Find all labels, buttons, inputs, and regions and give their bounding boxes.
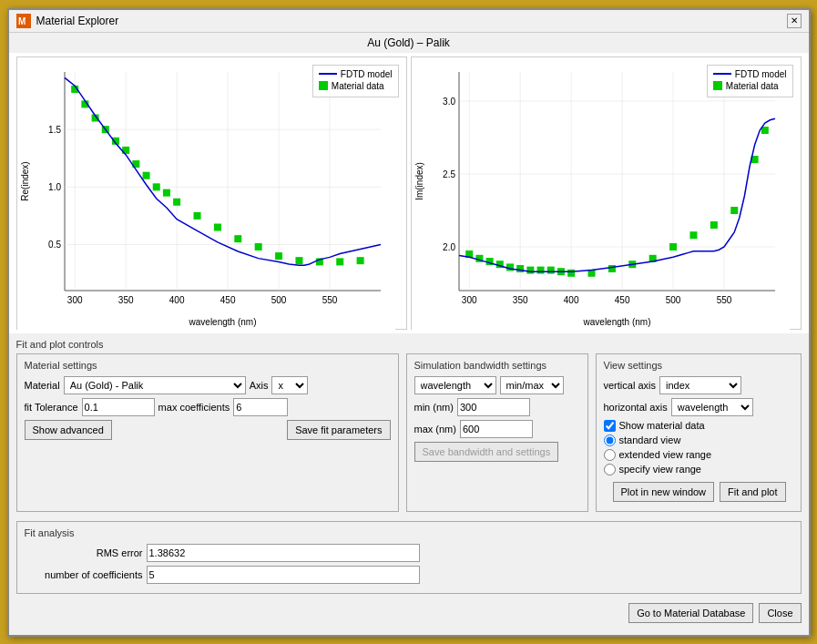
save-bandwidth-button[interactable]: Save bandwidth and settings bbox=[414, 442, 559, 462]
save-bw-row: Save bandwidth and settings bbox=[414, 442, 580, 462]
num-coeff-label: number of coefficients bbox=[25, 569, 143, 580]
plot-new-window-button[interactable]: Plot in new window bbox=[613, 482, 715, 502]
bw-minmax-select[interactable]: min/max center/span bbox=[500, 376, 564, 394]
legend-fdtd-left: FDTD model bbox=[319, 69, 393, 79]
plot-buttons-row: Plot in new window Fit and plot bbox=[604, 478, 793, 506]
app-title: Au (Gold) – Palik bbox=[9, 33, 809, 53]
fit-analysis-panel: Fit analysis RMS error number of coeffic… bbox=[16, 521, 802, 594]
right-chart-legend: FDTD model Material data bbox=[707, 65, 793, 97]
fit-tolerance-input[interactable] bbox=[82, 398, 155, 416]
horizontal-axis-label: horizontal axis bbox=[604, 402, 668, 413]
material-settings-panel: Material settings Material Au (Gold) - P… bbox=[16, 353, 399, 512]
bw-min-row: min (nm) bbox=[414, 398, 580, 416]
vertical-axis-row: vertical axis index permittivity conduct… bbox=[604, 376, 793, 394]
legend-fdtd-right: FDTD model bbox=[713, 69, 787, 79]
bw-type-row: wavelength frequency min/max center/span bbox=[414, 376, 580, 394]
left-chart-canvas bbox=[17, 57, 395, 331]
save-fit-button[interactable]: Save fit parameters bbox=[287, 420, 390, 440]
show-material-checkbox[interactable] bbox=[604, 420, 616, 432]
specify-view-label: specify view range bbox=[619, 464, 702, 475]
num-coeff-row: number of coefficients bbox=[25, 566, 793, 584]
num-coeff-value bbox=[147, 566, 420, 584]
material-settings-title: Material settings bbox=[25, 360, 391, 371]
svg-text:M: M bbox=[18, 16, 26, 26]
right-chart-canvas bbox=[412, 57, 790, 331]
close-button[interactable]: ✕ bbox=[787, 14, 802, 28]
extended-view-label: extended view range bbox=[619, 449, 712, 460]
extended-view-row: extended view range bbox=[604, 449, 793, 461]
fit-tolerance-label: fit Tolerance bbox=[25, 402, 78, 413]
bw-type-select[interactable]: wavelength frequency bbox=[414, 376, 496, 394]
rms-error-value bbox=[147, 544, 420, 562]
vertical-axis-label: vertical axis bbox=[604, 380, 656, 391]
data-square-right bbox=[713, 81, 722, 90]
charts-row: FDTD model Material data FDTD model Mate… bbox=[9, 53, 809, 333]
legend-data-left: Material data bbox=[319, 81, 393, 91]
final-buttons-row: Go to Material Database Close bbox=[9, 598, 809, 629]
fit-plot-label: Fit and plot controls bbox=[16, 339, 802, 350]
rms-error-row: RMS error bbox=[25, 544, 793, 562]
fit-and-plot-button[interactable]: Fit and plot bbox=[720, 482, 785, 502]
bw-max-input[interactable] bbox=[460, 420, 533, 438]
standard-view-radio[interactable] bbox=[604, 434, 616, 446]
data-square-left bbox=[319, 81, 328, 90]
bw-max-label: max (nm) bbox=[414, 424, 456, 434]
show-material-row: Show material data bbox=[604, 420, 793, 432]
bandwidth-settings-panel: Simulation bandwidth settings wavelength… bbox=[406, 353, 588, 512]
specify-view-row: specify view range bbox=[604, 464, 793, 475]
controls-area: Fit and plot controls Material settings … bbox=[9, 333, 809, 517]
horizontal-axis-row: horizontal axis wavelength frequency bbox=[604, 398, 793, 416]
material-select[interactable]: Au (Gold) - Palik bbox=[64, 376, 246, 394]
bw-min-input[interactable] bbox=[457, 398, 530, 416]
legend-data-right: Material data bbox=[713, 81, 787, 91]
material-row: Material Au (Gold) - Palik Axis x y z bbox=[25, 376, 391, 394]
fdtd-line-left bbox=[319, 73, 337, 75]
view-settings-panel: View settings vertical axis index permit… bbox=[596, 353, 802, 512]
view-settings-title: View settings bbox=[604, 360, 793, 371]
bw-min-label: min (nm) bbox=[414, 402, 454, 413]
matlab-icon: M bbox=[16, 14, 31, 28]
horizontal-axis-select[interactable]: wavelength frequency bbox=[671, 398, 753, 416]
bw-max-row: max (nm) bbox=[414, 420, 580, 438]
show-advanced-button[interactable]: Show advanced bbox=[25, 420, 112, 440]
go-to-db-button[interactable]: Go to Material Database bbox=[628, 603, 753, 623]
axis-select[interactable]: x y z bbox=[271, 376, 308, 394]
advanced-row: Show advanced Save fit parameters bbox=[25, 420, 391, 440]
max-coeff-input[interactable] bbox=[233, 398, 288, 416]
extended-view-radio[interactable] bbox=[604, 449, 616, 461]
left-chart: FDTD model Material data bbox=[16, 56, 407, 330]
specify-view-radio[interactable] bbox=[604, 464, 616, 475]
title-bar: M Material Explorer ✕ bbox=[9, 10, 809, 33]
controls-grid: Material settings Material Au (Gold) - P… bbox=[16, 353, 802, 512]
title-bar-left: M Material Explorer bbox=[16, 14, 119, 28]
axis-label: Axis bbox=[250, 380, 269, 391]
tolerance-row: fit Tolerance max coefficients bbox=[25, 398, 391, 416]
max-coeff-label: max coefficients bbox=[158, 402, 230, 413]
window-title: Material Explorer bbox=[36, 15, 119, 27]
standard-view-row: standard view bbox=[604, 434, 793, 446]
standard-view-label: standard view bbox=[619, 434, 681, 445]
material-label: Material bbox=[25, 380, 60, 391]
right-chart: FDTD model Material data bbox=[411, 56, 802, 330]
fdtd-line-right bbox=[713, 73, 731, 75]
close-window-button[interactable]: Close bbox=[759, 603, 801, 623]
bandwidth-title: Simulation bandwidth settings bbox=[414, 360, 580, 371]
fit-analysis-title: Fit analysis bbox=[25, 527, 793, 538]
vertical-axis-select[interactable]: index permittivity conductivity bbox=[659, 376, 741, 394]
main-window: M Material Explorer ✕ Au (Gold) – Palik … bbox=[7, 8, 811, 637]
show-material-label: Show material data bbox=[619, 420, 705, 431]
left-chart-legend: FDTD model Material data bbox=[312, 65, 399, 97]
rms-error-label: RMS error bbox=[25, 547, 143, 558]
